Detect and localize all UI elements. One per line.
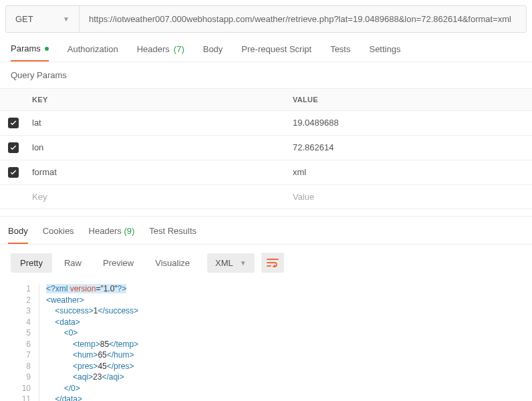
- chevron-down-icon: ▼: [240, 259, 247, 267]
- rtab-headers[interactable]: Headers (9): [89, 226, 135, 244]
- table-row: lon 72.862614: [0, 136, 532, 160]
- request-tabs: Params Authorization Headers (7) Body Pr…: [0, 33, 532, 62]
- rtab-test-results[interactable]: Test Results: [149, 226, 196, 244]
- header-value: VALUE: [287, 89, 532, 110]
- code-area: 123456789101112 <?xml version="1.0"?> <w…: [0, 281, 532, 401]
- header-key: KEY: [27, 89, 287, 110]
- response-tabs: Body Cookies Headers (9) Test Results: [0, 216, 532, 245]
- view-raw[interactable]: Raw: [55, 253, 91, 273]
- param-value[interactable]: 19.0489688: [287, 111, 532, 135]
- tab-tests[interactable]: Tests: [330, 43, 350, 61]
- rtab-cookies[interactable]: Cookies: [43, 226, 74, 244]
- tab-headers[interactable]: Headers (7): [137, 43, 184, 61]
- tab-body[interactable]: Body: [203, 43, 223, 61]
- param-key[interactable]: format: [27, 160, 287, 184]
- param-value-placeholder[interactable]: Value: [287, 185, 532, 209]
- checkbox[interactable]: [8, 118, 19, 128]
- param-value[interactable]: xml: [287, 160, 532, 184]
- tab-params[interactable]: Params: [11, 43, 49, 61]
- view-pretty[interactable]: Pretty: [11, 253, 52, 273]
- param-key-placeholder[interactable]: Key: [27, 185, 287, 209]
- view-visualize[interactable]: Visualize: [146, 253, 199, 273]
- table-row: lat 19.0489688: [0, 111, 532, 136]
- param-key[interactable]: lat: [27, 111, 287, 135]
- method-select[interactable]: GET ▼: [6, 6, 80, 32]
- url-input[interactable]: [80, 6, 526, 32]
- tab-settings[interactable]: Settings: [369, 43, 400, 61]
- checkbox[interactable]: [8, 142, 19, 153]
- view-preview[interactable]: Preview: [94, 253, 143, 273]
- tab-prerequest[interactable]: Pre-request Script: [241, 43, 311, 61]
- table-row: format xml: [0, 160, 532, 185]
- params-header: KEY VALUE: [0, 88, 532, 111]
- tab-authorization[interactable]: Authorization: [68, 43, 118, 61]
- wrap-lines-button[interactable]: [261, 253, 284, 273]
- param-key[interactable]: lon: [27, 136, 287, 160]
- line-gutter: 123456789101112: [0, 283, 39, 401]
- rtab-body[interactable]: Body: [8, 226, 28, 244]
- format-select[interactable]: XML ▼: [207, 253, 255, 273]
- chevron-down-icon: ▼: [63, 15, 70, 23]
- checkbox[interactable]: [8, 167, 19, 178]
- param-value[interactable]: 72.862614: [287, 136, 532, 160]
- table-row: Key Value: [0, 185, 532, 209]
- query-params-title: Query Params: [0, 62, 532, 88]
- method-label: GET: [15, 14, 33, 24]
- request-bar: GET ▼: [5, 5, 527, 33]
- status-dot-icon: [45, 47, 49, 51]
- code-content[interactable]: <?xml version="1.0"?> <weather> <success…: [39, 283, 532, 401]
- params-table: KEY VALUE lat 19.0489688 lon 72.862614 f…: [0, 88, 532, 209]
- response-toolbar: Pretty Raw Preview Visualize XML ▼: [0, 245, 532, 281]
